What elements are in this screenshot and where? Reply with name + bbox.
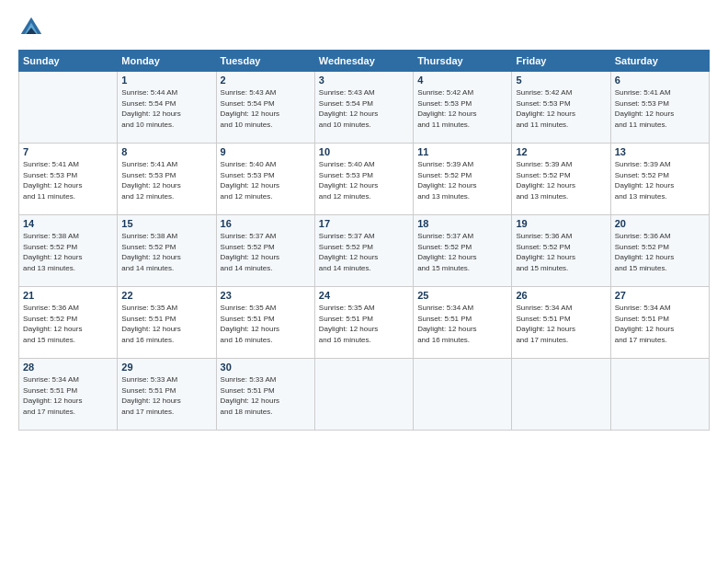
- day-number: 12: [516, 146, 606, 157]
- day-info: Sunrise: 5:33 AM Sunset: 5:51 PM Dayligh…: [121, 374, 211, 417]
- day-number: 7: [23, 146, 113, 157]
- day-number: 13: [615, 146, 705, 157]
- day-number: 25: [417, 290, 507, 301]
- day-number: 16: [221, 218, 311, 229]
- day-info: Sunrise: 5:37 AM Sunset: 5:52 PM Dayligh…: [417, 231, 507, 273]
- day-number: 9: [221, 146, 311, 157]
- day-info: Sunrise: 5:40 AM Sunset: 5:53 PM Dayligh…: [221, 159, 311, 201]
- day-info: Sunrise: 5:43 AM Sunset: 5:54 PM Dayligh…: [319, 87, 409, 130]
- day-info: Sunrise: 5:36 AM Sunset: 5:52 PM Dayligh…: [516, 231, 606, 273]
- header: [18, 15, 710, 40]
- calendar-week-3: 14Sunrise: 5:38 AM Sunset: 5:52 PM Dayli…: [19, 215, 710, 287]
- calendar-cell: 5Sunrise: 5:42 AM Sunset: 5:53 PM Daylig…: [512, 72, 610, 144]
- column-header-monday: Monday: [118, 51, 216, 72]
- calendar-cell: 30Sunrise: 5:33 AM Sunset: 5:51 PM Dayli…: [216, 359, 314, 431]
- calendar-cell: 24Sunrise: 5:35 AM Sunset: 5:51 PM Dayli…: [314, 287, 413, 359]
- calendar-cell: [610, 359, 709, 431]
- calendar-cell: 19Sunrise: 5:36 AM Sunset: 5:52 PM Dayli…: [512, 215, 610, 287]
- day-number: 5: [516, 75, 606, 86]
- calendar-cell: 20Sunrise: 5:36 AM Sunset: 5:52 PM Dayli…: [610, 215, 709, 287]
- column-header-sunday: Sunday: [19, 51, 118, 72]
- day-info: Sunrise: 5:35 AM Sunset: 5:51 PM Dayligh…: [319, 303, 409, 345]
- day-info: Sunrise: 5:34 AM Sunset: 5:51 PM Dayligh…: [417, 303, 507, 345]
- day-number: 14: [23, 218, 113, 229]
- logo-icon: [18, 15, 44, 40]
- calendar-cell: 17Sunrise: 5:37 AM Sunset: 5:52 PM Dayli…: [314, 215, 413, 287]
- day-number: 17: [319, 218, 409, 229]
- day-number: 11: [417, 146, 507, 157]
- day-info: Sunrise: 5:44 AM Sunset: 5:54 PM Dayligh…: [121, 87, 211, 130]
- calendar-cell: 29Sunrise: 5:33 AM Sunset: 5:51 PM Dayli…: [118, 359, 216, 431]
- calendar-week-1: 1Sunrise: 5:44 AM Sunset: 5:54 PM Daylig…: [19, 72, 710, 144]
- day-info: Sunrise: 5:42 AM Sunset: 5:53 PM Dayligh…: [516, 87, 606, 130]
- calendar-cell: 13Sunrise: 5:39 AM Sunset: 5:52 PM Dayli…: [610, 144, 709, 215]
- calendar-cell: 14Sunrise: 5:38 AM Sunset: 5:52 PM Dayli…: [19, 215, 118, 287]
- calendar-cell: [414, 359, 512, 431]
- calendar-cell: 18Sunrise: 5:37 AM Sunset: 5:52 PM Dayli…: [414, 215, 512, 287]
- calendar-table: SundayMondayTuesdayWednesdayThursdayFrid…: [18, 50, 710, 431]
- day-info: Sunrise: 5:41 AM Sunset: 5:53 PM Dayligh…: [121, 159, 211, 201]
- calendar-cell: 1Sunrise: 5:44 AM Sunset: 5:54 PM Daylig…: [118, 72, 216, 144]
- day-info: Sunrise: 5:35 AM Sunset: 5:51 PM Dayligh…: [221, 303, 311, 345]
- calendar-cell: 26Sunrise: 5:34 AM Sunset: 5:51 PM Dayli…: [512, 287, 610, 359]
- day-info: Sunrise: 5:41 AM Sunset: 5:53 PM Dayligh…: [615, 87, 705, 130]
- day-number: 18: [417, 218, 507, 229]
- calendar-cell: 22Sunrise: 5:35 AM Sunset: 5:51 PM Dayli…: [118, 287, 216, 359]
- calendar-cell: 4Sunrise: 5:42 AM Sunset: 5:53 PM Daylig…: [414, 72, 512, 144]
- day-info: Sunrise: 5:39 AM Sunset: 5:52 PM Dayligh…: [417, 159, 507, 201]
- calendar-cell: 16Sunrise: 5:37 AM Sunset: 5:52 PM Dayli…: [216, 215, 314, 287]
- day-number: 28: [23, 362, 113, 373]
- page: SundayMondayTuesdayWednesdayThursdayFrid…: [0, 0, 728, 563]
- day-number: 22: [121, 290, 211, 301]
- calendar-cell: 23Sunrise: 5:35 AM Sunset: 5:51 PM Dayli…: [216, 287, 314, 359]
- day-info: Sunrise: 5:34 AM Sunset: 5:51 PM Dayligh…: [615, 303, 705, 345]
- day-number: 20: [615, 218, 705, 229]
- day-info: Sunrise: 5:34 AM Sunset: 5:51 PM Dayligh…: [516, 303, 606, 345]
- calendar-cell: [314, 359, 413, 431]
- day-number: 8: [121, 146, 211, 157]
- day-number: 26: [516, 290, 606, 301]
- column-header-friday: Friday: [512, 51, 610, 72]
- column-header-tuesday: Tuesday: [216, 51, 314, 72]
- day-info: Sunrise: 5:36 AM Sunset: 5:52 PM Dayligh…: [23, 303, 113, 345]
- day-info: Sunrise: 5:39 AM Sunset: 5:52 PM Dayligh…: [516, 159, 606, 201]
- day-number: 21: [23, 290, 113, 301]
- calendar-cell: 6Sunrise: 5:41 AM Sunset: 5:53 PM Daylig…: [610, 72, 709, 144]
- day-info: Sunrise: 5:37 AM Sunset: 5:52 PM Dayligh…: [221, 231, 311, 273]
- day-info: Sunrise: 5:37 AM Sunset: 5:52 PM Dayligh…: [319, 231, 409, 273]
- calendar-week-4: 21Sunrise: 5:36 AM Sunset: 5:52 PM Dayli…: [19, 287, 710, 359]
- day-info: Sunrise: 5:42 AM Sunset: 5:53 PM Dayligh…: [417, 87, 507, 130]
- calendar-cell: 9Sunrise: 5:40 AM Sunset: 5:53 PM Daylig…: [216, 144, 314, 215]
- day-info: Sunrise: 5:34 AM Sunset: 5:51 PM Dayligh…: [23, 374, 113, 417]
- calendar-cell: 2Sunrise: 5:43 AM Sunset: 5:54 PM Daylig…: [216, 72, 314, 144]
- calendar-week-2: 7Sunrise: 5:41 AM Sunset: 5:53 PM Daylig…: [19, 144, 710, 215]
- day-number: 3: [319, 75, 409, 86]
- day-info: Sunrise: 5:38 AM Sunset: 5:52 PM Dayligh…: [121, 231, 211, 273]
- column-header-thursday: Thursday: [414, 51, 512, 72]
- calendar-cell: 8Sunrise: 5:41 AM Sunset: 5:53 PM Daylig…: [118, 144, 216, 215]
- column-header-wednesday: Wednesday: [314, 51, 413, 72]
- day-info: Sunrise: 5:43 AM Sunset: 5:54 PM Dayligh…: [221, 87, 311, 130]
- calendar-cell: 25Sunrise: 5:34 AM Sunset: 5:51 PM Dayli…: [414, 287, 512, 359]
- day-info: Sunrise: 5:33 AM Sunset: 5:51 PM Dayligh…: [221, 374, 311, 417]
- day-number: 27: [615, 290, 705, 301]
- calendar-cell: 10Sunrise: 5:40 AM Sunset: 5:53 PM Dayli…: [314, 144, 413, 215]
- day-number: 10: [319, 146, 409, 157]
- day-info: Sunrise: 5:35 AM Sunset: 5:51 PM Dayligh…: [121, 303, 211, 345]
- calendar-cell: 21Sunrise: 5:36 AM Sunset: 5:52 PM Dayli…: [19, 287, 118, 359]
- day-info: Sunrise: 5:36 AM Sunset: 5:52 PM Dayligh…: [615, 231, 705, 273]
- calendar-cell: 15Sunrise: 5:38 AM Sunset: 5:52 PM Dayli…: [118, 215, 216, 287]
- day-info: Sunrise: 5:39 AM Sunset: 5:52 PM Dayligh…: [615, 159, 705, 201]
- calendar-cell: [512, 359, 610, 431]
- calendar-cell: 28Sunrise: 5:34 AM Sunset: 5:51 PM Dayli…: [19, 359, 118, 431]
- day-number: 30: [221, 362, 311, 373]
- calendar-cell: 27Sunrise: 5:34 AM Sunset: 5:51 PM Dayli…: [610, 287, 709, 359]
- logo: [18, 15, 48, 40]
- day-number: 15: [121, 218, 211, 229]
- day-number: 4: [417, 75, 507, 86]
- calendar-cell: 11Sunrise: 5:39 AM Sunset: 5:52 PM Dayli…: [414, 144, 512, 215]
- calendar-cell: 3Sunrise: 5:43 AM Sunset: 5:54 PM Daylig…: [314, 72, 413, 144]
- calendar-cell: [19, 72, 118, 144]
- day-number: 29: [121, 362, 211, 373]
- calendar-header: SundayMondayTuesdayWednesdayThursdayFrid…: [19, 51, 710, 72]
